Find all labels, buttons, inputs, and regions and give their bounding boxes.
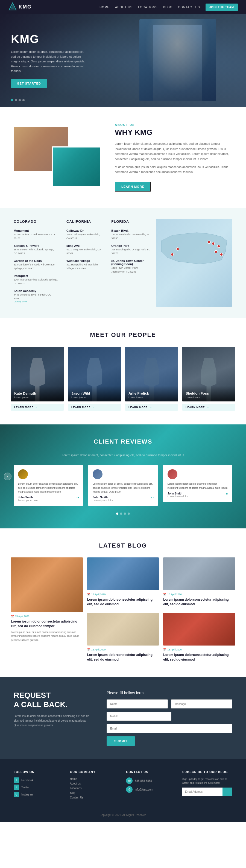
footer-link-about[interactable]: About us [70, 782, 118, 785]
review-dot-4[interactable] [128, 513, 130, 515]
person-learn-more-2[interactable]: LEARN MORE → [68, 404, 121, 411]
person-learn-more-4[interactable]: LEARN MORE → [182, 404, 235, 411]
review-dot-1[interactable] [116, 513, 118, 515]
footer-facebook: f Facebook [14, 777, 62, 783]
calendar-icon-2: 📅 [87, 593, 90, 596]
blog-section: LATEST BLOG 📅 15 April,2020 Lorem ipsum … [0, 528, 246, 677]
location-florida: FLORIDA Beach Blvd. 14036 Beach Blvd Jac… [111, 219, 150, 307]
reviews-prev-button[interactable]: ‹ [4, 473, 11, 480]
hero-dots [11, 99, 25, 101]
calendar-icon-5: 📅 [163, 648, 166, 651]
loc-south-academy: South Academy 4445 Venetucci Blvd Founta… [14, 289, 58, 303]
person-photo-4: Sheldon Foss Lorem ipsum [182, 347, 235, 401]
review-role-1: Lorem ipsum dolor [18, 499, 78, 502]
blog-date-5: 📅 15 April,2020 [163, 648, 235, 651]
footer-company-title: OUR COMPANY [70, 770, 118, 774]
blog-post-4: 📅 15 April,2020 Lorem ipsum dolorconsect… [87, 613, 159, 663]
nav-blog[interactable]: BLOG [163, 5, 173, 9]
instagram-label[interactable]: Instagram [21, 793, 33, 796]
dot-4[interactable] [23, 99, 25, 101]
footer-subscribe: SUBSCRIBE TO OUR BLOG Sign up today to g… [182, 770, 232, 801]
form-name-input[interactable] [107, 700, 168, 709]
arrow-icon-3: → [149, 406, 152, 408]
blog-title-4: Lorem ipsum dolorconsectetur adipiscing … [87, 653, 159, 662]
nav-about[interactable]: ABOUT US [115, 5, 133, 9]
footer-email-input[interactable] [182, 787, 222, 796]
hero-person-image [131, 14, 224, 107]
reviews-subtitle: Lorem ipsum dolor sit amet, consectetur … [0, 454, 246, 457]
form-message-input[interactable] [171, 700, 232, 709]
calendar-icon-4: 📅 [87, 648, 90, 651]
blog-date-2: 📅 15 April,2020 [87, 593, 159, 596]
person-photo-1: Kate Demuth Lorem ipsum [11, 347, 64, 401]
logo[interactable]: KMG [8, 2, 32, 11]
location-california: CALIFORNIA Calloway Dr. 2649 Calloway Dr… [66, 219, 103, 307]
nav-join-button[interactable]: JOIN THE TEAM [206, 4, 238, 11]
florida-title: FLORIDA [111, 219, 129, 225]
review-card-3: Lorem ipsum dolor sed do eiusmod te temp… [163, 465, 232, 502]
dot-2[interactable] [15, 99, 17, 101]
hero-cta-button[interactable]: GET STARTED [11, 79, 47, 88]
loc-interquest: Interquest 1264 Interquest Pkwy Colorado… [14, 274, 58, 285]
footer-link-locations[interactable]: Locations [70, 787, 118, 790]
people-section: MEET OUR PEOPLE Kate Demuth Lorem ipsum … [0, 318, 246, 425]
person-role-2: Lorem ipsum [71, 396, 117, 399]
about-content: ABOUT US WHY KMG Lorem ipsum dolor sit a… [115, 123, 232, 191]
footer-link-home[interactable]: Home [70, 777, 118, 780]
review-dot-2[interactable] [120, 513, 122, 515]
about-paragraph-1: Lorem ipsum dolor sit amet, consectetur … [115, 141, 232, 162]
footer-subscribe-text: Sign up today to get resources on how to… [182, 777, 232, 785]
footer-grid: FOLLOW ON f Facebook t Twitter ig Instag… [14, 770, 232, 801]
blog-date-4: 📅 15 April,2020 [87, 648, 159, 651]
twitter-label[interactable]: Twitter [21, 786, 29, 789]
person-overlay-2: Jason Wild Lorem ipsum [68, 386, 121, 401]
person-learn-more-3[interactable]: LEARN MORE → [125, 404, 178, 411]
person-role-3: Lorem ipsum [129, 396, 175, 399]
nav-locations[interactable]: LOCATIONS [138, 5, 158, 9]
nav-home[interactable]: HOME [100, 5, 110, 9]
twitter-icon: t [14, 784, 19, 790]
footer-contact: CONTACT US ☎ 888-888-8888 @ info@kmg.com [126, 770, 174, 801]
loc-garden: Garden of the Gods 513 Garden of the God… [14, 259, 58, 270]
footer-email: @ info@kmg.com [126, 786, 174, 793]
form-submit-button[interactable]: SUBMIT [107, 736, 135, 746]
about-label: ABOUT US [115, 123, 232, 126]
dot-3[interactable] [19, 99, 21, 101]
person-name-2: Jason Wild [71, 391, 117, 395]
nav-contact[interactable]: CONTACT US [178, 5, 200, 9]
review-dots [0, 513, 246, 515]
footer-twitter: t Twitter [14, 784, 62, 790]
reviews-grid: Lorem ipsum dolor sit amet, consectetur … [0, 465, 246, 506]
person-card-3: Arlie Frolick Lorem ipsum LEARN MORE → [125, 347, 178, 411]
review-dot-3[interactable] [124, 513, 126, 515]
us-map [156, 219, 232, 279]
instagram-icon: ig [14, 792, 19, 797]
quote-icon-2: " [151, 496, 154, 503]
dot-1[interactable] [11, 99, 13, 101]
footer-link-contact[interactable]: Contact Us [70, 796, 118, 799]
form-mobile-input[interactable] [107, 712, 171, 721]
footer-link-blog[interactable]: Blog [70, 792, 118, 795]
review-role-3: Lorem ipsum dolor [168, 495, 228, 498]
blog-post-5: 📅 15 April,2020 Lorem ipsum dolorconsect… [163, 613, 235, 663]
quote-icon-3: " [226, 492, 229, 499]
facebook-label[interactable]: Facebook [21, 779, 33, 782]
callback-form-title: Please fill bellow form [107, 691, 232, 695]
form-row-2 [107, 712, 232, 721]
loc-westlake: Westlake Village 391 Hampshire Rd Westla… [66, 259, 103, 270]
person-overlay-3: Arlie Frolick Lorem ipsum [125, 386, 178, 401]
footer-phone-number: 888-888-8888 [135, 779, 152, 782]
form-email-input[interactable] [107, 724, 232, 733]
review-text-2: Lorem ipsum dolor sit amet, consectetur … [93, 482, 153, 494]
review-author-1: John Smith [18, 496, 78, 499]
navigation: KMG HOME ABOUT US LOCATIONS BLOG CONTACT… [0, 0, 246, 14]
person-learn-more-1[interactable]: LEARN MORE → [11, 404, 64, 411]
review-text-3: Lorem ipsum dolor sed do eiusmod te temp… [168, 482, 228, 490]
svg-point-2 [176, 248, 179, 250]
person-name-4: Sheldon Foss [185, 391, 232, 395]
about-learn-more-button[interactable]: LEARN MORE [115, 182, 151, 191]
hero-description: Lorem ipsum dolor sit amet, consectetur … [11, 50, 87, 73]
logo-text: KMG [19, 4, 32, 10]
footer-subscribe-button[interactable]: → [222, 787, 232, 796]
about-section: ABOUT US WHY KMG Lorem ipsum dolor sit a… [0, 107, 246, 208]
